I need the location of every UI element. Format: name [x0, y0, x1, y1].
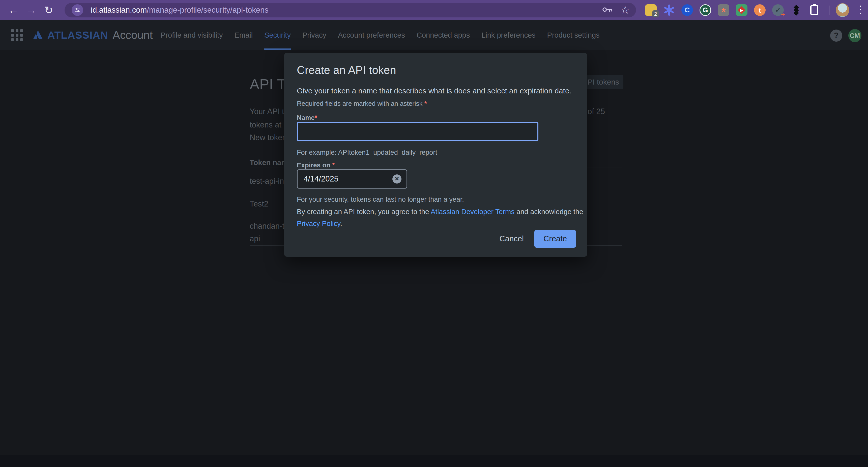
dialog-actions: Cancel Create	[492, 230, 576, 247]
extension-check-plus-icon[interactable]: ✓ +	[772, 4, 784, 17]
nav-item-connected-apps[interactable]: Connected apps	[416, 20, 470, 50]
required-fields-note: Required fields are marked with an aster…	[297, 100, 427, 108]
url-path: /manage-profile/security/api-tokens	[147, 5, 268, 14]
cancel-button[interactable]: Cancel	[492, 230, 531, 247]
extension-hubspot-icon[interactable]: *	[717, 4, 730, 17]
terms-paragraph: By creating an API token, you agree to t…	[297, 206, 583, 230]
new-token-text: New token	[250, 133, 286, 142]
nav-item-link-preferences[interactable]: Link preferences	[482, 20, 535, 50]
required-note-text: Required fields are marked with an aster…	[297, 100, 423, 107]
extension-play-icon[interactable]: ▶	[735, 4, 748, 17]
extension-grammarly-icon[interactable]: G	[699, 4, 712, 17]
terms-suffix-text: .	[340, 220, 342, 228]
nav-item-security[interactable]: Security	[264, 20, 291, 50]
extension-c-icon[interactable]: C	[681, 4, 693, 17]
browser-profile-avatar[interactable]	[836, 3, 849, 17]
atlassian-logo-icon	[32, 30, 44, 40]
browser-back-button[interactable]: ←	[4, 1, 22, 19]
nav-item-profile-and-visibility[interactable]: Profile and visibility	[161, 20, 223, 50]
browser-reload-button[interactable]: ↻	[40, 1, 58, 19]
nav-item-product-settings[interactable]: Product settings	[547, 20, 600, 50]
browser-forward-button[interactable]: →	[22, 1, 40, 19]
browser-menu-icon[interactable]: ⋮	[856, 3, 866, 15]
create-button[interactable]: Create	[534, 230, 576, 247]
terms-prefix-text: By creating an API token, you agree to t…	[297, 208, 431, 215]
nav-items: Profile and visibility Email Security Pr…	[161, 20, 600, 50]
extension-t-icon[interactable]: t	[753, 4, 766, 17]
intro-text-line2: tokens at a	[250, 120, 288, 129]
toolbar-divider	[829, 5, 829, 15]
create-api-token-dialog: Create an API token Give your token a na…	[284, 53, 587, 257]
page-footer-strip	[0, 456, 868, 467]
logo-brand-text: ATLASSIAN	[48, 29, 108, 41]
expires-required-asterisk: *	[332, 161, 335, 169]
expires-helper-text: For your security, tokens can last no lo…	[297, 196, 464, 203]
dialog-title: Create an API token	[297, 64, 396, 77]
expires-label-text: Expires on	[297, 161, 330, 169]
password-key-icon[interactable]	[602, 6, 613, 14]
logo-product-text: Account	[113, 29, 153, 41]
expires-date-input[interactable]: 4/14/2025 ×	[297, 169, 407, 188]
atlassian-account-logo[interactable]: ATLASSIAN Account	[32, 20, 153, 50]
browser-toolbar: ← → ↻ id.atlassian.com/manage-profile/se…	[0, 0, 868, 20]
help-button[interactable]: ?	[830, 30, 842, 42]
extension-yellow-icon[interactable]: 2	[645, 4, 657, 17]
account-avatar[interactable]: CM	[848, 29, 862, 42]
name-label: Name*	[297, 114, 317, 122]
name-label-text: Name	[297, 114, 315, 121]
address-bar[interactable]: id.atlassian.com/manage-profile/security…	[65, 3, 636, 18]
extension-diamonds-icon[interactable]	[790, 4, 802, 17]
name-required-asterisk: *	[315, 114, 317, 121]
name-helper-text: For example: APItoken1_updated_daily_rep…	[297, 149, 437, 156]
nav-item-account-preferences[interactable]: Account preferences	[338, 20, 405, 50]
terms-mid-text: and acknowledge the	[515, 208, 583, 215]
site-settings-icon[interactable]	[72, 4, 83, 16]
required-note-asterisk: *	[425, 100, 427, 107]
nav-item-privacy[interactable]: Privacy	[302, 20, 326, 50]
dialog-subtitle: Give your token a name that describes wh…	[297, 87, 571, 95]
url-text: id.atlassian.com/manage-profile/security…	[91, 5, 269, 14]
token-row-2: Test2	[250, 199, 268, 208]
expires-date-value: 4/14/2025	[304, 174, 393, 183]
name-input[interactable]	[297, 122, 538, 141]
app-switcher-icon[interactable]	[11, 29, 23, 41]
nav-item-email[interactable]: Email	[235, 20, 253, 50]
token-row-1: test-api-int	[250, 177, 286, 186]
intro-text-line1: Your API to	[250, 107, 288, 116]
extension-badge: 2	[652, 10, 659, 18]
app-navigation-bar: ATLASSIAN Account Profile and visibility…	[0, 20, 868, 50]
extensions-row: 2 C G * ▶ t ✓ +	[645, 4, 820, 17]
token-row-3-line2: api	[250, 234, 260, 243]
extension-starburst-icon[interactable]	[663, 4, 675, 17]
url-domain: id.atlassian.com	[91, 5, 147, 14]
privacy-policy-link[interactable]: Privacy Policy	[297, 220, 340, 228]
extensions-puzzle-icon[interactable]	[808, 4, 820, 17]
expires-label: Expires on *	[297, 161, 335, 169]
intro-text-line1-right: of 25	[588, 107, 605, 116]
clear-date-icon[interactable]: ×	[393, 174, 401, 183]
bookmark-star-icon[interactable]: ☆	[620, 5, 630, 16]
token-row-3-line1: chandan-te	[250, 222, 289, 231]
atlassian-developer-terms-link[interactable]: Atlassian Developer Terms	[431, 208, 515, 215]
